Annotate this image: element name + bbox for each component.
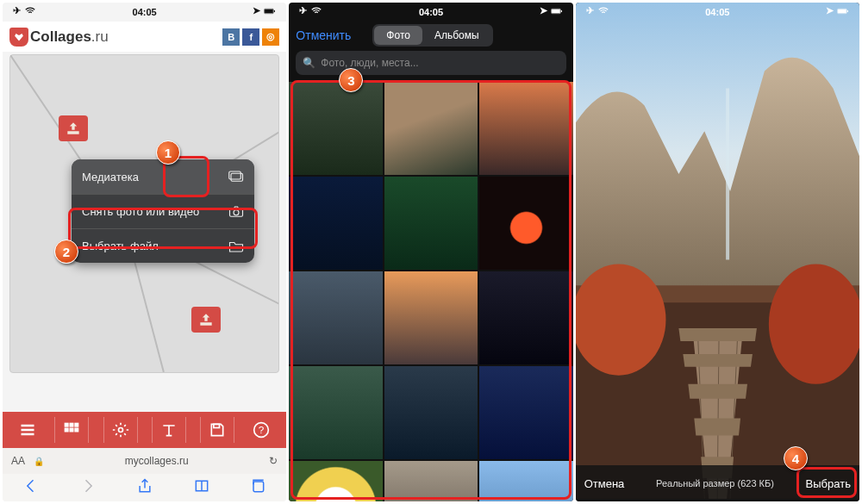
screen-photo-picker: ✈ 04:05 ➤ Отменить Фото Альбомы 🔍 Фото, … bbox=[289, 3, 572, 501]
svg-point-13 bbox=[118, 428, 122, 432]
photo-thumb[interactable] bbox=[479, 82, 572, 175]
status-time: 04:05 bbox=[705, 7, 729, 17]
logo-tld: .ru bbox=[91, 28, 109, 46]
status-time: 04:05 bbox=[419, 7, 443, 17]
cancel-button[interactable]: Отмена bbox=[584, 477, 625, 490]
airplane-icon: ✈ bbox=[586, 5, 594, 19]
status-bar: ✈ 04:05 ➤ bbox=[576, 3, 859, 22]
text-button[interactable] bbox=[152, 417, 186, 443]
search-icon: 🔍 bbox=[303, 57, 315, 69]
camera-icon bbox=[228, 206, 244, 218]
menu-item-camera[interactable]: Снять фото или видео bbox=[72, 194, 254, 228]
svg-rect-28 bbox=[838, 9, 846, 13]
menu-label: Снять фото или видео bbox=[82, 205, 199, 218]
photo-thumb[interactable] bbox=[289, 271, 382, 364]
bookmarks-button[interactable] bbox=[193, 477, 210, 498]
forward-button[interactable] bbox=[79, 477, 97, 498]
vk-icon[interactable]: B bbox=[222, 28, 240, 46]
svg-rect-20 bbox=[561, 10, 562, 12]
tab-photos[interactable]: Фото bbox=[374, 26, 422, 45]
preview-bottom-bar: Отмена Реальный размер (623 КБ) Выбрать bbox=[576, 465, 859, 501]
svg-text:?: ? bbox=[259, 424, 265, 435]
svg-rect-9 bbox=[75, 423, 79, 427]
photo-thumb[interactable] bbox=[289, 82, 382, 175]
font-size-button[interactable]: AA bbox=[11, 455, 25, 467]
photo-thumb[interactable] bbox=[289, 177, 382, 270]
svg-rect-12 bbox=[75, 428, 79, 432]
photo-thumb[interactable] bbox=[479, 271, 572, 364]
location-icon: ➤ bbox=[253, 5, 260, 19]
menu-item-library[interactable]: Медиатека bbox=[72, 159, 254, 194]
reload-icon[interactable]: ↻ bbox=[269, 455, 278, 467]
safari-address-bar[interactable]: AA 🔒 mycollages.ru ↻ bbox=[3, 448, 286, 474]
fb-icon[interactable]: f bbox=[242, 28, 259, 46]
select-button[interactable]: Выбрать bbox=[806, 477, 851, 490]
photo-thumb[interactable] bbox=[384, 82, 478, 175]
photo-thumb[interactable] bbox=[479, 177, 572, 270]
upload-slot-button[interactable] bbox=[191, 307, 221, 333]
status-time: 04:05 bbox=[133, 7, 157, 17]
photo-thumb[interactable] bbox=[289, 461, 382, 501]
photo-thumb[interactable] bbox=[384, 271, 478, 364]
svg-rect-17 bbox=[253, 482, 264, 492]
settings-button[interactable] bbox=[103, 417, 138, 443]
wifi-icon bbox=[310, 5, 322, 19]
photo-grid bbox=[289, 82, 572, 501]
svg-rect-1 bbox=[265, 9, 273, 13]
battery-icon bbox=[837, 5, 849, 19]
safari-toolbar bbox=[3, 474, 286, 501]
help-button[interactable]: ? bbox=[248, 417, 274, 443]
menu-button[interactable] bbox=[15, 417, 41, 443]
preview-image[interactable] bbox=[576, 3, 859, 499]
logo-brand: Collages bbox=[30, 28, 91, 46]
svg-point-24 bbox=[576, 264, 665, 375]
menu-label: Выбрать файл bbox=[82, 240, 159, 252]
menu-item-file[interactable]: Выбрать файл bbox=[72, 228, 254, 263]
photo-thumb[interactable] bbox=[289, 366, 382, 459]
airplane-icon: ✈ bbox=[13, 5, 21, 19]
photo-thumb[interactable] bbox=[479, 461, 572, 501]
svg-rect-26 bbox=[726, 88, 729, 259]
wifi-icon bbox=[597, 5, 609, 19]
tab-albums[interactable]: Альбомы bbox=[422, 26, 491, 45]
tabs-button[interactable] bbox=[249, 477, 266, 498]
upload-source-menu: Медиатека Снять фото или видео Выбрать ф… bbox=[72, 159, 254, 263]
logo-heart-icon bbox=[9, 28, 28, 47]
status-bar: ✈ 04:05 ➤ bbox=[3, 3, 286, 22]
grid-button[interactable] bbox=[54, 417, 89, 443]
photo-thumb[interactable] bbox=[384, 177, 478, 270]
step-marker: 4 bbox=[784, 446, 808, 470]
svg-point-6 bbox=[234, 209, 239, 215]
wifi-icon bbox=[24, 5, 36, 19]
photos-icon bbox=[228, 171, 244, 183]
menu-label: Медиатека bbox=[82, 171, 139, 184]
svg-rect-8 bbox=[70, 423, 74, 427]
svg-rect-11 bbox=[70, 428, 74, 432]
screen-photo-preview: ✈ 04:05 ➤ Отмена Реальный размер (623 КБ… bbox=[576, 3, 859, 501]
status-bar: ✈ 04:05 ➤ bbox=[289, 3, 572, 22]
size-label[interactable]: Реальный размер (623 КБ) bbox=[656, 478, 774, 488]
search-field[interactable]: 🔍 Фото, люди, места... bbox=[296, 51, 565, 75]
photo-thumb[interactable] bbox=[479, 366, 572, 459]
ok-icon[interactable]: ◎ bbox=[262, 28, 279, 46]
location-icon: ➤ bbox=[540, 5, 547, 19]
svg-rect-14 bbox=[214, 424, 220, 427]
upload-slot-button[interactable] bbox=[59, 115, 88, 141]
step-marker: 1 bbox=[156, 140, 180, 165]
svg-rect-2 bbox=[274, 10, 275, 12]
folder-icon bbox=[228, 240, 244, 252]
bottom-toolbar: ? bbox=[3, 412, 286, 448]
back-button[interactable] bbox=[22, 477, 40, 498]
search-placeholder: Фото, люди, места... bbox=[321, 57, 418, 69]
share-button[interactable] bbox=[136, 477, 153, 498]
cancel-button[interactable]: Отменить bbox=[296, 28, 351, 42]
location-icon: ➤ bbox=[826, 5, 834, 19]
save-button[interactable] bbox=[200, 417, 234, 443]
social-links: B f ◎ bbox=[222, 28, 279, 46]
photo-thumb[interactable] bbox=[384, 461, 478, 501]
site-logo[interactable]: Collages.ru bbox=[9, 28, 109, 47]
photo-thumb[interactable] bbox=[384, 366, 478, 459]
segmented-control[interactable]: Фото Альбомы bbox=[372, 24, 492, 47]
url-text: mycollages.ru bbox=[53, 455, 260, 467]
svg-rect-7 bbox=[65, 423, 69, 427]
